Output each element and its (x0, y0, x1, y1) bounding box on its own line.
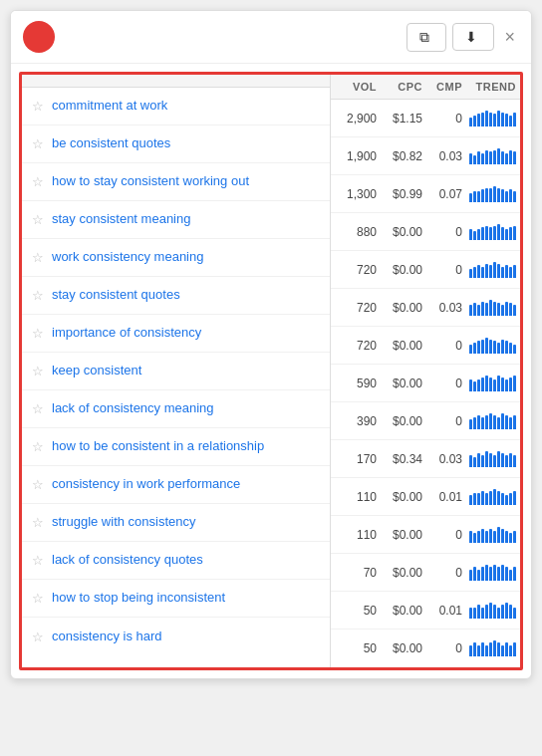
trend-bar (477, 531, 480, 543)
trend-bar (473, 533, 476, 543)
close-button[interactable]: × (500, 24, 519, 50)
trend-bar (513, 415, 516, 429)
star-icon: ☆ (32, 136, 44, 151)
trend-bar (501, 529, 504, 543)
cpc-cell: $0.00 (383, 528, 428, 542)
trend-bar (477, 114, 480, 126)
trend-bar (481, 267, 484, 278)
trend-bar (485, 531, 488, 543)
keyword-row[interactable]: ☆ keep consistent (22, 353, 330, 390)
trend-bar (473, 231, 476, 240)
keyword-text: stay consistent meaning (52, 211, 190, 228)
stats-row: 170 $0.34 0.03 (331, 440, 520, 478)
keyword-row[interactable]: ☆ consistency is hard (22, 618, 330, 655)
keyword-row[interactable]: ☆ commitment at work (22, 88, 330, 126)
trend-bar (505, 153, 508, 164)
trend-bar (493, 379, 496, 391)
trend-bar (497, 264, 500, 278)
cmp-cell: 0 (428, 112, 468, 126)
keyword-row[interactable]: ☆ stay consistent meaning (22, 201, 330, 239)
trend-bars (469, 413, 516, 429)
keyword-text: how to stop being inconsistent (52, 590, 225, 607)
stats-row: 1,300 $0.99 0.07 (331, 175, 520, 213)
keyword-row[interactable]: ☆ struggle with consistency (22, 504, 330, 542)
trend-bar (505, 302, 508, 316)
trend-bar (477, 305, 480, 316)
star-icon: ☆ (32, 515, 44, 530)
trend-bar (485, 451, 488, 467)
keyword-row[interactable]: ☆ how to stay consistent working out (22, 163, 330, 201)
vol-cell: 720 (331, 301, 383, 315)
vol-cell: 170 (331, 452, 383, 466)
cmp-cell: 0 (428, 566, 468, 580)
cmp-cell: 0 (428, 414, 468, 428)
trend-bar (481, 189, 484, 202)
trend-bar (513, 531, 516, 543)
trend-bar (501, 151, 504, 164)
trend-bar (477, 415, 480, 429)
trend-cell (468, 186, 520, 202)
trend-bar (489, 491, 492, 505)
star-icon: ☆ (32, 364, 44, 378)
trend-bars (469, 300, 516, 316)
keyword-text: how to be consistent in a relationship (52, 438, 264, 455)
cmp-cell: 0 (428, 377, 468, 390)
cpc-cell: $0.00 (383, 339, 428, 353)
trend-bar (477, 493, 480, 505)
trend-bar (477, 379, 480, 391)
cpc-cell: $0.00 (383, 414, 428, 428)
trend-cell (468, 224, 520, 240)
keyword-text: importance of consistency (52, 325, 201, 342)
trend-bar (493, 226, 496, 240)
keyword-row[interactable]: ☆ how to stop being inconsistent (22, 580, 330, 618)
trend-bar (501, 113, 504, 126)
trend-bar (485, 264, 488, 278)
trend-bar (489, 603, 492, 619)
keyword-col-header (22, 75, 330, 88)
trend-bars (469, 148, 516, 164)
star-icon: ☆ (32, 591, 44, 606)
trend-bar (513, 305, 516, 316)
cmp-cell: 0 (428, 263, 468, 277)
trend-bar (493, 565, 496, 581)
keyword-row[interactable]: ☆ importance of consistency (22, 315, 330, 353)
trend-bar (477, 191, 480, 202)
keyword-row[interactable]: ☆ lack of consistency quotes (22, 542, 330, 580)
trend-bar (497, 343, 500, 354)
trend-bar (489, 413, 492, 429)
trend-bar (493, 262, 496, 278)
export-button[interactable]: ⬇ (452, 23, 494, 51)
trend-bar (489, 265, 492, 278)
trend-bar (489, 300, 492, 316)
trend-bar (489, 453, 492, 467)
copy-button[interactable]: ⧉ (406, 23, 446, 52)
trend-bar (497, 111, 500, 126)
cpc-cell: $0.99 (383, 187, 428, 201)
star-icon: ☆ (32, 630, 44, 644)
stats-header: VOL CPC CMP TREND (331, 75, 520, 100)
keyword-row[interactable]: ☆ consistency in work performance (22, 466, 330, 504)
keyword-row[interactable]: ☆ stay consistent quotes (22, 277, 330, 315)
stats-row: 2,900 $1.15 0 (331, 100, 520, 137)
trend-bar (477, 645, 480, 656)
cmp-cell: 0.01 (428, 604, 468, 618)
keyword-row[interactable]: ☆ lack of consistency meaning (22, 390, 330, 428)
trend-bar (469, 495, 472, 505)
trend-bar (493, 531, 496, 543)
trend-bars (469, 376, 516, 391)
trend-bar (473, 381, 476, 391)
keyword-row[interactable]: ☆ work consistency meaning (22, 239, 330, 277)
trend-bars (469, 186, 516, 202)
keyword-row[interactable]: ☆ be consistent quotes (22, 126, 330, 163)
cmp-cell: 0 (428, 225, 468, 239)
cmp-cell: 0 (428, 641, 468, 655)
star-icon: ☆ (32, 401, 44, 416)
trend-bar (513, 113, 516, 126)
keyword-row[interactable]: ☆ how to be consistent in a relationship (22, 428, 330, 466)
trend-bar (513, 151, 516, 164)
trend-cell (468, 527, 520, 543)
trend-bar (493, 415, 496, 429)
trend-bar (501, 413, 504, 429)
cpc-cell: $0.00 (383, 263, 428, 277)
trend-bars (469, 603, 516, 619)
